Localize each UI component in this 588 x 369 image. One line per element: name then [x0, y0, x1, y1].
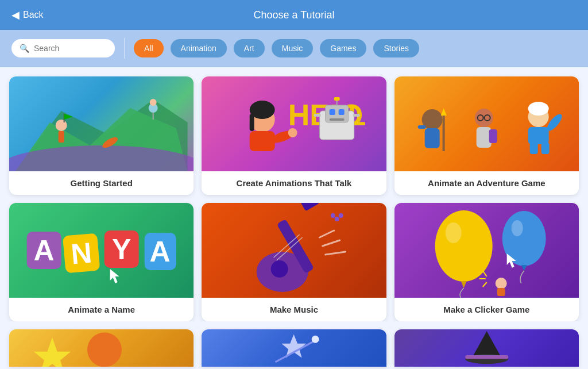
- svg-point-65: [331, 213, 335, 218]
- svg-rect-38: [489, 129, 497, 143]
- search-icon: 🔍: [20, 44, 29, 53]
- svg-text:A: A: [150, 236, 171, 268]
- card-label-clicker-game: Make a Clicker Game: [394, 298, 579, 321]
- filter-stories[interactable]: Stories: [373, 39, 419, 57]
- page-title: Choose a Tutorial: [253, 9, 334, 21]
- filter-games[interactable]: Games: [320, 39, 366, 57]
- partial-card-1[interactable]: [9, 329, 194, 367]
- card-image-getting-started: [9, 76, 194, 171]
- svg-line-75: [482, 271, 486, 276]
- svg-point-59: [271, 260, 288, 278]
- tutorial-card-animate-name[interactable]: A N Y A Animate a Name: [9, 203, 194, 321]
- svg-rect-73: [497, 288, 505, 296]
- search-box: 🔍: [11, 39, 115, 57]
- svg-point-79: [87, 332, 122, 367]
- svg-rect-56: [301, 203, 320, 211]
- partial-card-image-1: [9, 329, 194, 367]
- svg-marker-80: [282, 334, 307, 358]
- svg-rect-24: [250, 114, 254, 131]
- svg-marker-53: [110, 269, 119, 283]
- card-image-make-music: [202, 203, 386, 298]
- filter-divider: [124, 38, 125, 59]
- svg-rect-44: [541, 143, 549, 154]
- back-button[interactable]: ◀ Back: [11, 9, 44, 21]
- svg-point-67: [445, 222, 461, 243]
- svg-rect-20: [314, 114, 321, 117]
- tutorial-card-getting-started[interactable]: Getting Started: [9, 76, 194, 195]
- filter-art[interactable]: Art: [234, 39, 265, 57]
- partial-card-2[interactable]: [202, 329, 386, 367]
- svg-text:A: A: [34, 235, 55, 267]
- back-arrow-icon: ◀: [11, 9, 20, 21]
- card-label-getting-started: Getting Started: [9, 171, 194, 195]
- svg-marker-68: [461, 281, 466, 288]
- svg-point-27: [288, 128, 297, 137]
- filter-all[interactable]: All: [134, 39, 164, 57]
- card-label-adventure-game: Animate an Adventure Game: [394, 171, 579, 195]
- tutorial-card-make-music[interactable]: Make Music: [202, 203, 386, 321]
- svg-marker-78: [34, 337, 71, 367]
- filter-music[interactable]: Music: [272, 39, 314, 57]
- svg-rect-41: [528, 127, 548, 144]
- partial-row: [0, 329, 588, 367]
- svg-point-66: [435, 210, 492, 282]
- svg-rect-85: [465, 355, 508, 359]
- card-image-animations-talk: HELL O: [202, 76, 386, 171]
- svg-point-40: [528, 102, 548, 116]
- svg-rect-16: [339, 109, 345, 115]
- search-input[interactable]: [34, 44, 103, 53]
- svg-point-72: [495, 278, 506, 289]
- svg-point-63: [335, 217, 339, 221]
- svg-line-62: [320, 230, 334, 237]
- svg-point-70: [511, 220, 523, 236]
- svg-rect-17: [330, 118, 345, 121]
- svg-line-61: [326, 252, 346, 255]
- partial-card-image-3: [394, 329, 579, 367]
- svg-rect-15: [330, 109, 335, 115]
- svg-text:N: N: [69, 237, 93, 271]
- filter-animation[interactable]: Animation: [171, 39, 227, 57]
- filter-bar: 🔍 All Animation Art Music Games Stories: [0, 30, 588, 67]
- card-label-animations-talk: Create Animations That Talk: [202, 171, 386, 195]
- svg-rect-30: [417, 125, 425, 129]
- card-image-adventure-game: [394, 76, 579, 171]
- header: ◀ Back Choose a Tutorial: [0, 0, 588, 30]
- svg-rect-19: [334, 97, 340, 101]
- card-image-clicker-game: [394, 203, 579, 298]
- svg-text:Y: Y: [112, 233, 131, 266]
- svg-point-10: [150, 99, 157, 106]
- partial-card-3[interactable]: [394, 329, 579, 367]
- svg-line-60: [323, 240, 340, 246]
- back-label: Back: [23, 10, 44, 20]
- svg-point-82: [312, 336, 319, 343]
- svg-point-64: [339, 213, 343, 218]
- card-label-make-music: Make Music: [202, 298, 386, 321]
- tutorial-card-animations-talk[interactable]: HELL O: [202, 76, 386, 195]
- svg-rect-4: [59, 131, 64, 143]
- card-label-animate-name: Animate a Name: [9, 298, 194, 321]
- svg-rect-21: [353, 114, 360, 117]
- partial-card-image-2: [202, 329, 386, 367]
- tutorial-card-clicker-game[interactable]: Make a Clicker Game: [394, 203, 579, 321]
- svg-marker-71: [521, 265, 527, 271]
- svg-point-3: [56, 120, 67, 131]
- svg-rect-29: [424, 128, 439, 148]
- svg-rect-43: [529, 143, 537, 154]
- tutorial-grid: Getting Started HELL O: [0, 67, 588, 321]
- svg-marker-32: [440, 108, 446, 116]
- svg-line-77: [482, 282, 486, 287]
- tutorial-card-adventure-game[interactable]: Animate an Adventure Game: [394, 76, 579, 195]
- card-image-animate-name: A N Y A: [9, 203, 194, 298]
